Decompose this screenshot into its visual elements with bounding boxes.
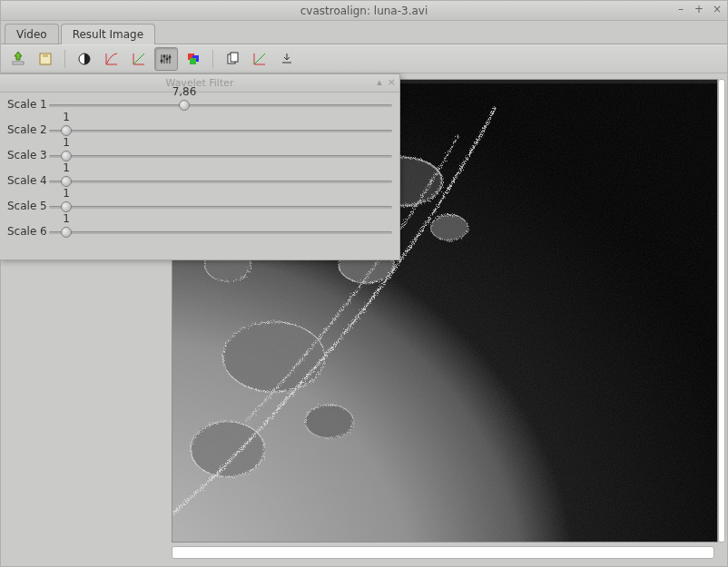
slider-wrap: 7,86 bbox=[49, 98, 392, 112]
slider-thumb[interactable] bbox=[179, 100, 190, 111]
maximize-icon[interactable]: + bbox=[693, 3, 705, 15]
slider-track bbox=[49, 181, 392, 183]
tab-result-image[interactable]: Result Image bbox=[61, 24, 155, 44]
toolbar bbox=[1, 44, 727, 73]
scale-label: Scale 4 bbox=[7, 174, 49, 189]
slider-thumb[interactable] bbox=[61, 151, 72, 161]
levels-button[interactable] bbox=[154, 47, 178, 71]
horizontal-scrollbar[interactable] bbox=[172, 546, 714, 559]
dialog-body: Scale 17,86Scale 21Scale 31Scale 41Scale… bbox=[0, 93, 399, 259]
scale-value: 1 bbox=[63, 136, 70, 149]
slider-wrap: 1 bbox=[49, 149, 392, 163]
toolbar-separator bbox=[64, 50, 65, 68]
svg-rect-10 bbox=[190, 58, 196, 64]
scale-value: 7,86 bbox=[172, 85, 197, 98]
histogram-icon bbox=[252, 52, 267, 66]
svg-rect-12 bbox=[231, 53, 238, 62]
scale-label: Scale 1 bbox=[7, 98, 49, 112]
slider-track bbox=[49, 104, 392, 107]
scale-value: 1 bbox=[63, 212, 70, 225]
svg-rect-0 bbox=[13, 62, 24, 64]
export-icon bbox=[280, 52, 294, 66]
slider-track bbox=[49, 231, 392, 234]
scale-label: Scale 5 bbox=[7, 200, 49, 214]
content-area: Wavelet Filter ▴ × Scale 17,86Scale 21Sc… bbox=[1, 73, 727, 566]
dialog-shade-icon[interactable]: ▴ bbox=[377, 76, 382, 88]
red-curve-button[interactable] bbox=[100, 47, 123, 71]
histogram-button[interactable] bbox=[248, 47, 271, 71]
tab-label: Result Image bbox=[73, 28, 143, 41]
window-title: cvastroalign: luna-3.avi bbox=[300, 5, 428, 17]
tab-bar: Video Result Image bbox=[1, 21, 727, 44]
rgb-balance-button[interactable] bbox=[182, 47, 205, 71]
svg-point-7 bbox=[169, 56, 172, 59]
save-icon bbox=[37, 51, 54, 67]
slider-wrap: 1 bbox=[49, 200, 392, 214]
close-icon[interactable]: × bbox=[711, 3, 723, 15]
open-button[interactable] bbox=[6, 47, 30, 71]
green-curve-icon bbox=[132, 52, 146, 66]
scale-label: Scale 3 bbox=[7, 149, 49, 163]
scale-row-6: Scale 61 bbox=[7, 225, 392, 240]
red-curve-icon bbox=[104, 52, 119, 66]
contrast-button[interactable] bbox=[73, 47, 96, 71]
scale-label: Scale 6 bbox=[7, 225, 49, 240]
scale-value: 1 bbox=[63, 187, 70, 200]
dialog-close-icon[interactable]: × bbox=[388, 76, 396, 88]
slider-track bbox=[49, 130, 392, 132]
titlebar: cvastroalign: luna-3.avi – + × bbox=[1, 1, 727, 21]
tab-video[interactable]: Video bbox=[5, 24, 59, 44]
scale-slider-4[interactable] bbox=[49, 174, 392, 189]
contrast-icon bbox=[77, 52, 92, 66]
scale-slider-5[interactable] bbox=[49, 200, 392, 214]
slider-track bbox=[49, 206, 392, 209]
slider-wrap: 1 bbox=[49, 123, 392, 138]
svg-point-5 bbox=[163, 55, 166, 58]
wavelet-filter-dialog[interactable]: Wavelet Filter ▴ × Scale 17,86Scale 21Sc… bbox=[0, 73, 400, 260]
scale-label: Scale 2 bbox=[7, 123, 49, 138]
rgb-balance-icon bbox=[186, 52, 201, 66]
slider-thumb[interactable] bbox=[61, 227, 72, 238]
copy-button[interactable] bbox=[221, 47, 244, 71]
scale-slider-6[interactable] bbox=[49, 225, 392, 240]
levels-icon bbox=[159, 52, 173, 66]
window-controls: – + × bbox=[674, 3, 723, 15]
scale-value: 1 bbox=[63, 161, 70, 174]
scale-slider-3[interactable] bbox=[49, 149, 392, 163]
slider-thumb[interactable] bbox=[61, 125, 72, 136]
vertical-scrollbar[interactable] bbox=[718, 79, 725, 543]
green-curve-button[interactable] bbox=[127, 47, 151, 71]
slider-thumb[interactable] bbox=[61, 176, 72, 187]
main-window: cvastroalign: luna-3.avi – + × Video Res… bbox=[0, 0, 728, 567]
scale-slider-1[interactable] bbox=[49, 98, 392, 112]
copy-icon bbox=[225, 52, 240, 66]
scale-slider-2[interactable] bbox=[49, 123, 392, 138]
svg-point-6 bbox=[166, 58, 169, 61]
svg-point-4 bbox=[161, 60, 163, 63]
dialog-titlebar[interactable]: Wavelet Filter ▴ × bbox=[0, 74, 399, 93]
open-icon bbox=[10, 51, 26, 67]
slider-track bbox=[49, 155, 392, 158]
scale-value: 1 bbox=[63, 111, 70, 123]
toolbar-separator bbox=[212, 50, 213, 68]
dialog-controls: ▴ × bbox=[377, 76, 396, 88]
svg-rect-2 bbox=[43, 54, 48, 57]
slider-wrap: 1 bbox=[49, 225, 392, 240]
export-button[interactable] bbox=[275, 47, 299, 71]
slider-wrap: 1 bbox=[49, 174, 392, 189]
tab-label: Video bbox=[16, 28, 47, 41]
minimize-icon[interactable]: – bbox=[674, 3, 687, 15]
save-button[interactable] bbox=[34, 47, 57, 71]
slider-thumb[interactable] bbox=[61, 201, 72, 212]
